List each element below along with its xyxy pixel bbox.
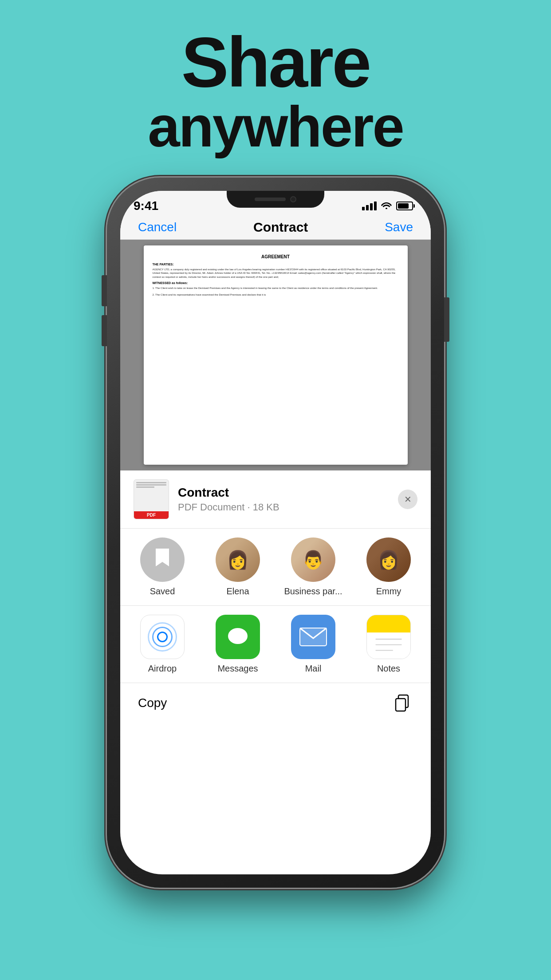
- app-mail[interactable]: Mail: [276, 615, 351, 674]
- svg-point-0: [386, 208, 387, 209]
- mail-label: Mail: [305, 664, 322, 674]
- file-info: Contract PDF Document · 18 KB: [178, 486, 398, 513]
- wifi-icon: [381, 200, 392, 212]
- app-airdrop[interactable]: Airdrop: [125, 615, 200, 674]
- svg-point-1: [228, 628, 248, 644]
- contact-emmy[interactable]: 👩 Emmy: [351, 537, 426, 597]
- svg-rect-10: [396, 699, 405, 711]
- doc-section2: WITNESSED as follows:: [153, 281, 399, 285]
- status-time: 9:41: [134, 199, 158, 213]
- business-label: Business par...: [284, 586, 342, 597]
- app-notes[interactable]: Notes: [351, 615, 426, 674]
- file-thumbnail: PDF: [134, 479, 169, 519]
- share-sheet: PDF Contract PDF Document · 18 KB ✕: [120, 470, 431, 723]
- file-name: Contract: [178, 486, 398, 500]
- emmy-avatar: 👩: [366, 537, 411, 582]
- document-paper: AGREEMENT THE PARTIES: AGENCY LTD, a com…: [144, 245, 408, 465]
- apps-row: Airdrop Messages: [120, 606, 431, 683]
- volume-up-button: [102, 275, 107, 306]
- doc-body2: 1. The Client wish to take on lease the …: [153, 286, 399, 290]
- saved-label: Saved: [150, 586, 175, 597]
- saved-avatar: [140, 537, 185, 582]
- doc-body1: AGENCY LTD, a company duly registered an…: [153, 268, 399, 279]
- app-messages[interactable]: Messages: [200, 615, 276, 674]
- messages-icon: [216, 615, 260, 659]
- elena-avatar: 👩: [216, 537, 260, 582]
- svg-rect-5: [367, 632, 410, 659]
- close-button[interactable]: ✕: [398, 490, 417, 509]
- notes-icon: [366, 615, 411, 659]
- copy-icon-button[interactable]: [391, 692, 413, 714]
- phone-screen: 9:41: [120, 191, 431, 874]
- phone-mockup: 9:41: [107, 178, 444, 888]
- emmy-label: Emmy: [376, 586, 401, 597]
- doc-title: AGREEMENT: [153, 254, 399, 259]
- save-button[interactable]: Save: [385, 220, 413, 234]
- hero-title: Share: [148, 27, 403, 98]
- airdrop-icon: [140, 615, 185, 659]
- svg-rect-4: [367, 615, 410, 632]
- mail-icon: [291, 615, 335, 659]
- status-icons: [362, 200, 413, 212]
- file-header: PDF Contract PDF Document · 18 KB ✕: [120, 470, 431, 529]
- nav-title: Contract: [253, 220, 308, 235]
- camera: [290, 196, 296, 202]
- file-meta: PDF Document · 18 KB: [178, 502, 398, 513]
- business-avatar: 👨: [291, 537, 335, 582]
- pdf-badge: PDF: [134, 511, 169, 519]
- contacts-row: Saved 👩 Elena 👨 Business par...: [120, 529, 431, 606]
- airdrop-label: Airdrop: [148, 664, 177, 674]
- hero-section: Share anywhere: [148, 27, 403, 155]
- signal-icon: [362, 202, 377, 210]
- copy-button[interactable]: Copy: [138, 696, 167, 710]
- hero-subtitle: anywhere: [148, 98, 403, 155]
- phone-shell: 9:41: [107, 178, 444, 888]
- elena-label: Elena: [226, 586, 249, 597]
- contact-elena[interactable]: 👩 Elena: [200, 537, 276, 597]
- contact-business[interactable]: 👨 Business par...: [276, 537, 351, 597]
- doc-body3: 2. The Client and its representatives ha…: [153, 293, 399, 296]
- volume-down-button: [102, 315, 107, 346]
- notes-label: Notes: [377, 664, 400, 674]
- contact-saved[interactable]: Saved: [125, 537, 200, 597]
- cancel-button[interactable]: Cancel: [138, 220, 177, 234]
- power-button: [444, 297, 449, 342]
- bottom-bar: Copy: [120, 683, 431, 723]
- doc-section1: THE PARTIES:: [153, 263, 399, 266]
- document-preview: AGREEMENT THE PARTIES: AGENCY LTD, a com…: [120, 240, 431, 470]
- battery-icon: [396, 202, 413, 210]
- messages-label: Messages: [217, 664, 258, 674]
- nav-bar: Cancel Contract Save: [120, 215, 431, 240]
- speaker: [255, 198, 286, 201]
- notch: [227, 191, 324, 208]
